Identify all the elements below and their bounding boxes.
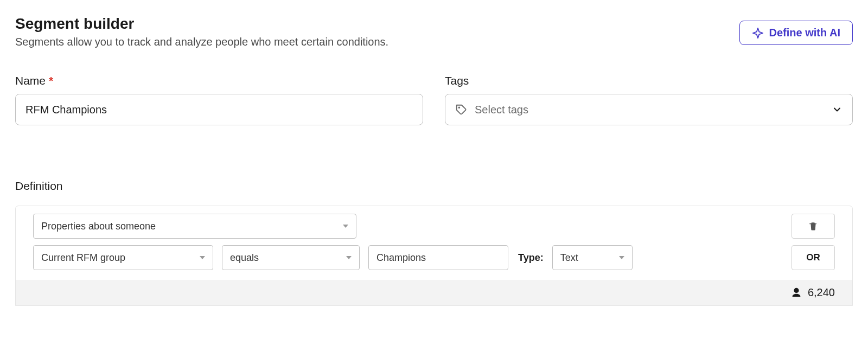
svg-point-0 bbox=[458, 107, 459, 108]
trash-icon bbox=[808, 221, 818, 231]
definition-panel: Properties about someone Current RFM gro… bbox=[15, 206, 853, 306]
operator-select[interactable]: equals bbox=[222, 245, 360, 270]
chevron-down-icon bbox=[343, 225, 348, 228]
result-count-bar: 6,240 bbox=[16, 280, 852, 305]
result-count: 6,240 bbox=[808, 286, 835, 299]
chevron-down-icon bbox=[346, 256, 352, 259]
tags-placeholder: Select tags bbox=[475, 104, 528, 116]
name-input[interactable] bbox=[15, 94, 423, 125]
page-title: Segment builder bbox=[15, 15, 388, 33]
type-label: Type: bbox=[518, 252, 544, 264]
required-marker: * bbox=[49, 74, 53, 87]
tags-label: Tags bbox=[445, 74, 853, 87]
definition-label: Definition bbox=[15, 180, 853, 193]
chevron-down-icon bbox=[832, 104, 843, 115]
tag-icon bbox=[455, 104, 467, 116]
sparkle-icon bbox=[752, 27, 764, 39]
chevron-down-icon bbox=[619, 256, 624, 259]
condition-type-select[interactable]: Properties about someone bbox=[33, 214, 356, 239]
chevron-down-icon bbox=[200, 256, 205, 259]
person-icon bbox=[790, 287, 802, 299]
page-subtitle: Segments allow you to track and analyze … bbox=[15, 36, 388, 48]
delete-condition-button[interactable] bbox=[792, 214, 835, 239]
property-select[interactable]: Current RFM group bbox=[33, 245, 213, 270]
define-with-ai-button[interactable]: Define with AI bbox=[739, 21, 853, 45]
or-button[interactable]: OR bbox=[792, 245, 835, 270]
tags-select[interactable]: Select tags bbox=[445, 94, 853, 125]
value-input[interactable]: Champions bbox=[368, 245, 508, 270]
define-with-ai-label: Define with AI bbox=[769, 27, 840, 39]
name-label: Name * bbox=[15, 74, 423, 87]
type-select[interactable]: Text bbox=[552, 245, 633, 270]
